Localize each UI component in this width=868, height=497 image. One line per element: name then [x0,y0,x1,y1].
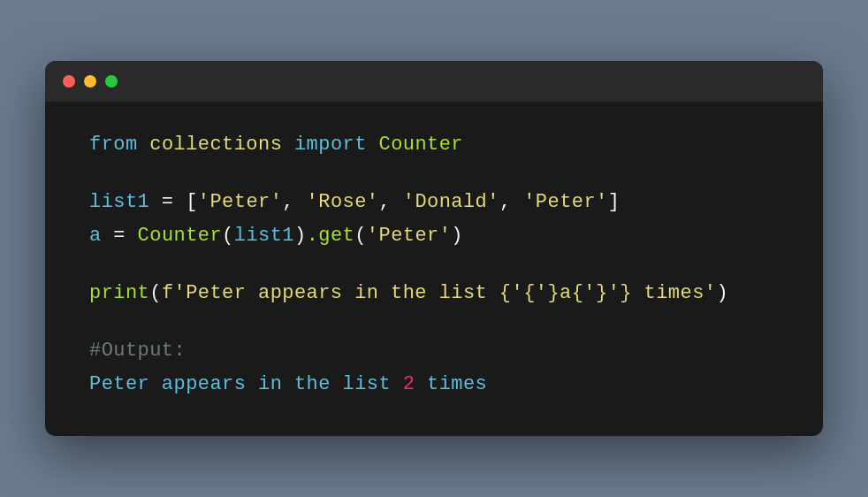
var-list1: list1 [89,191,149,213]
paren2: ) [294,225,307,247]
cls-counter-call: Counter [138,225,223,247]
blank-line-2 [89,252,779,277]
minimize-button[interactable] [84,75,96,88]
bracket-close: ] [608,191,621,213]
code-output: Peter appears in the list 2 times [89,368,779,401]
space2 [282,134,294,156]
output-number: 2 [403,373,415,395]
fstring-content: f'Peter appears in the list {'{'}a{'}'} … [162,282,717,304]
class-counter: Counter [378,134,463,156]
keyword-from: from [89,134,138,156]
maximize-button[interactable] [105,75,118,88]
comma1: , [282,191,306,213]
var-list1-ref: list1 [234,225,294,247]
op-eq2: = [102,225,138,247]
module-collections: collections [149,134,282,156]
code-window: from collections import Counter list1 = … [45,61,823,436]
space [138,134,150,156]
code-line-2: list1 = ['Peter', 'Rose', 'Donald', 'Pet… [89,186,779,218]
paren5: ( [149,282,162,304]
paren1: ( [222,225,234,247]
str-rose: 'Rose' [307,191,379,213]
comma3: , [499,191,523,213]
close-button[interactable] [63,75,75,88]
code-line-3: a = Counter(list1).get('Peter') [89,219,779,252]
blank-line-3 [89,310,779,334]
blank-line-1 [89,161,779,186]
output-text-after: times [415,373,487,395]
bracket-open: [ [186,191,198,213]
method-get: .get [307,225,355,247]
output-text-before: Peter appears in the list [89,373,403,395]
paren3: ( [354,225,367,247]
code-comment: #Output: [89,334,779,367]
func-print: print [89,282,149,304]
str-donald: 'Donald' [403,191,499,213]
op-eq1: = [149,191,186,213]
paren4: ) [451,225,463,247]
code-line-1: from collections import Counter [89,128,779,161]
str-peter2: 'Peter' [523,191,608,213]
keyword-import: import [294,134,367,156]
paren6: ) [716,282,728,304]
code-editor: from collections import Counter list1 = … [45,102,823,436]
comma2: , [378,191,402,213]
var-a: a [89,225,102,247]
str-peter1: 'Peter' [198,191,283,213]
code-line-4: print(f'Peter appears in the list {'{'}a… [89,277,779,310]
titlebar [45,61,823,102]
space3 [367,134,379,156]
str-peter3: 'Peter' [367,225,452,247]
